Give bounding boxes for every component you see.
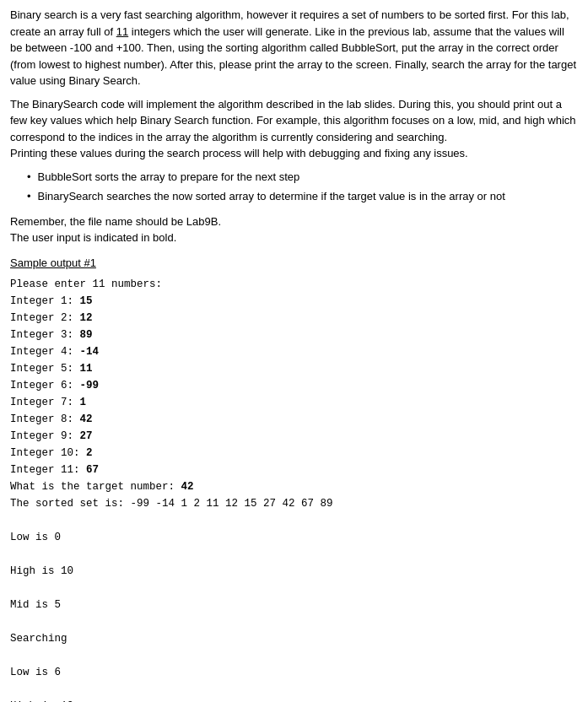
bullet-list: BubbleSort sorts the array to prepare fo… (27, 169, 578, 205)
description-para1: Binary search is a very fast searching a… (10, 7, 578, 89)
sample-output-section: Sample output #1 Please enter 11 numbers… (10, 255, 578, 703)
sample-output-title: Sample output #1 (10, 255, 578, 272)
code-output: Please enter 11 numbers: Integer 1: 15 I… (10, 276, 578, 702)
remember-text: Remember, the file name should be Lab9B.… (10, 213, 578, 246)
code-line-1: Please enter 11 numbers: Integer 1: 15 I… (10, 278, 333, 702)
remember-block: Remember, the file name should be Lab9B.… (10, 213, 578, 246)
bullet-item-1: BubbleSort sorts the array to prepare fo… (27, 169, 578, 186)
bullet-item-2: BinarySearch searches the now sorted arr… (27, 188, 578, 205)
description-section: Binary search is a very fast searching a… (10, 7, 578, 205)
description-para2: The BinarySearch code will implement the… (10, 96, 578, 162)
